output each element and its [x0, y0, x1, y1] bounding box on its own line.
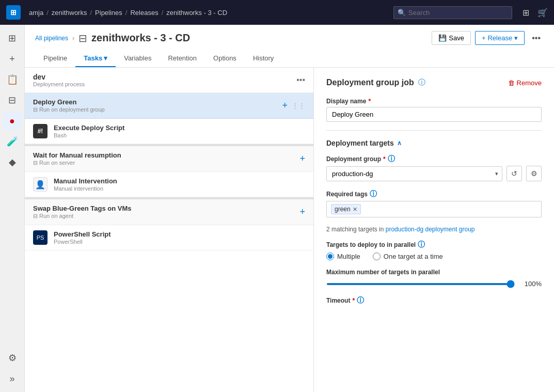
stage-more-button[interactable]: ••• [296, 75, 305, 85]
breadcrumb-pipelines[interactable]: Pipelines [95, 9, 122, 17]
matching-targets-text: 2 matching targets in production-dg depl… [326, 226, 542, 233]
sep4: / [162, 9, 164, 17]
sidebar-item-repo[interactable]: 📋 [3, 70, 22, 89]
nav-tabs: Pipeline Tasks ▾ Variables Retention Opt… [35, 50, 544, 67]
more-options-button[interactable]: ••• [529, 32, 544, 45]
save-label: Save [449, 34, 464, 42]
max-parallel-label: Maximum number of targets in parallel [326, 269, 542, 276]
tab-options[interactable]: Options [205, 50, 245, 67]
task-item-execute-deploy[interactable]: #! Execute Deploy Script Bash [25, 119, 313, 144]
task-item-manual-intervention[interactable]: 👤 Manual Intervention Manual interventio… [25, 172, 313, 197]
search-input[interactable] [393, 6, 512, 19]
sidebar-item-expand[interactable]: » [3, 369, 22, 388]
powershell-icon: PS [33, 230, 48, 245]
task-title-powershell: PowerShell Script [54, 230, 111, 238]
radio-multiple[interactable]: Multiple [326, 253, 360, 260]
pipeline-header: All pipelines › ⊟ zenithworks - 3 - CD 💾… [25, 25, 554, 68]
parallel-slider[interactable] [326, 283, 515, 285]
sidebar-item-settings[interactable]: ⚙ [3, 349, 22, 367]
topbar: ⊞ amja / zenithworks / Pipelines / Relea… [0, 0, 554, 25]
deploy-group-actions: + ⋮⋮ [282, 100, 305, 111]
task-subtitle-manual: Manual intervention [54, 185, 117, 192]
task-title-manual: Manual Intervention [54, 177, 117, 185]
deployment-group-select[interactable]: production-dg [326, 166, 502, 181]
release-plus-icon: + [482, 34, 486, 42]
tab-retention[interactable]: Retention [160, 50, 205, 67]
sidebar-item-boards[interactable]: ⊟ [3, 91, 22, 109]
sidebar-item-pipelines[interactable]: ● [3, 112, 22, 130]
deployment-group-label: Deployment group * ⓘ [326, 154, 542, 164]
tags-input-area[interactable]: green ✕ [326, 201, 542, 217]
matching-count: 2 matching targets in [326, 226, 386, 233]
radio-one-at-a-time[interactable]: One target at a time [373, 253, 443, 260]
required-tags-info-icon[interactable]: ⓘ [370, 190, 377, 199]
release-button[interactable]: + Release ▾ [475, 31, 525, 45]
detail-title-row: Deployment group job ⓘ [326, 78, 425, 87]
sidebar-item-test[interactable]: 🧪 [3, 132, 22, 151]
display-name-input[interactable] [326, 107, 542, 122]
add-task-agent-button[interactable]: + [299, 207, 305, 217]
add-task-server-button[interactable]: + [299, 153, 305, 164]
release-chevron-icon: ▾ [514, 34, 518, 42]
deploy-group-header[interactable]: Deploy Green ⊟ Run on deployment group +… [25, 93, 313, 119]
sidebar-item-artifacts[interactable]: ◆ [3, 153, 22, 171]
collapse-targets-icon[interactable]: ∧ [397, 139, 402, 147]
breadcrumb-amja[interactable]: amja [29, 9, 43, 17]
breadcrumb-pipeline-name[interactable]: zenithworks - 3 - CD [166, 9, 227, 17]
stage-header: dev Deployment process ••• [25, 68, 313, 93]
settings-button[interactable]: ⚙ [526, 166, 542, 181]
topbar-breadcrumb: amja / zenithworks / Pipelines / Release… [29, 9, 389, 17]
task-item-powershell[interactable]: PS PowerShell Script PowerShell [25, 225, 313, 250]
radio-multiple-label: Multiple [337, 253, 360, 260]
tag-remove-green[interactable]: ✕ [353, 206, 357, 213]
pipeline-type-icon: ⊟ [78, 32, 87, 44]
breadcrumb-releases[interactable]: Releases [130, 9, 158, 17]
remove-button[interactable]: 🗑 Remove [508, 79, 542, 87]
radio-one-input[interactable] [373, 253, 381, 260]
targets-parallel-info-icon[interactable]: ⓘ [418, 240, 425, 249]
release-label: Release [487, 34, 512, 42]
tag-value-green: green [335, 206, 351, 213]
deployment-group-info-icon[interactable]: ⓘ [388, 154, 395, 164]
radio-multiple-input[interactable] [326, 253, 334, 260]
tab-history[interactable]: History [245, 50, 282, 67]
agent-group-subtitle: ⊟ Run on agent [33, 213, 131, 219]
app-logo[interactable]: ⊞ [6, 5, 21, 20]
agent-group-header[interactable]: Swap Blue-Green Tags on VMs ⊟ Run on age… [25, 197, 313, 225]
agent-group-actions: + [299, 207, 305, 217]
save-button[interactable]: 💾 Save [432, 31, 471, 45]
all-pipelines-link[interactable]: All pipelines [35, 35, 68, 42]
timeout-required-star: * [352, 297, 355, 304]
stage-subtitle: Deployment process [33, 81, 85, 87]
sidebar-item-add[interactable]: + [3, 50, 22, 68]
right-pane: Deployment group job ⓘ 🗑 Remove Display … [314, 68, 554, 392]
display-name-required-star: * [368, 98, 371, 105]
matching-targets-link[interactable]: production-dg deployment group [386, 226, 475, 233]
topbar-icons: ⊞ 🛒 [523, 8, 548, 18]
refresh-button[interactable]: ↺ [506, 166, 522, 181]
bash-icon: #! [33, 124, 48, 138]
grid-icon[interactable]: ⊞ [523, 8, 529, 18]
server-group-title: Wait for Manual resumption [33, 151, 121, 159]
drag-handle-icon[interactable]: ⋮⋮ [292, 102, 305, 109]
detail-header: Deployment group job ⓘ 🗑 Remove [326, 78, 542, 87]
agent-group-info: Swap Blue-Green Tags on VMs ⊟ Run on age… [33, 205, 131, 219]
add-task-deploy-green-button[interactable]: + [282, 100, 288, 111]
sep1: / [46, 9, 49, 17]
tag-chip-green: green ✕ [331, 204, 361, 214]
cart-icon[interactable]: 🛒 [537, 8, 548, 18]
breadcrumb-zenithworks[interactable]: zenithworks [52, 9, 87, 17]
title-info-icon[interactable]: ⓘ [418, 78, 425, 87]
deployment-group-form-group: Deployment group * ⓘ production-dg ▾ ↺ ⚙ [326, 154, 542, 181]
timeout-info-icon[interactable]: ⓘ [357, 296, 364, 305]
tab-variables[interactable]: Variables [116, 50, 160, 67]
tab-pipeline[interactable]: Pipeline [35, 50, 75, 67]
server-group-header[interactable]: Wait for Manual resumption ⊟ Run on serv… [25, 144, 313, 172]
task-info-powershell: PowerShell Script PowerShell [54, 230, 111, 245]
main-layout: ⊞ + 📋 ⊟ ● 🧪 ◆ ⚙ » All pipelines › ⊟ zeni… [0, 25, 554, 392]
sidebar-item-home[interactable]: ⊞ [3, 29, 22, 48]
split-pane: dev Deployment process ••• Deploy Green … [25, 68, 554, 392]
tab-tasks[interactable]: Tasks ▾ [75, 50, 116, 67]
deployment-targets-section: Deployment targets ∧ [326, 139, 542, 147]
remove-label: Remove [517, 79, 542, 87]
